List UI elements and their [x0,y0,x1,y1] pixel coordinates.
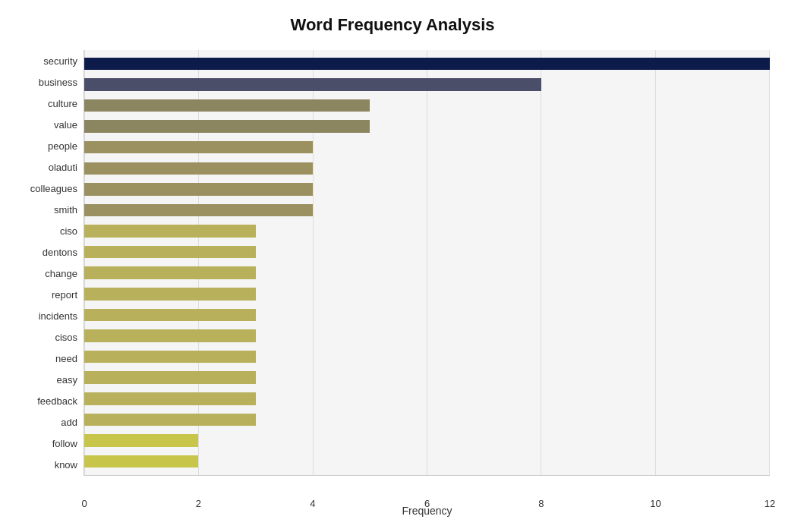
y-label: security [15,56,77,66]
bar [84,309,256,322]
bar-row [84,74,770,96]
bar-row [84,304,770,326]
y-labels: securitybusinessculturevaluepeopleoladut… [15,50,84,476]
bar-row [84,241,770,263]
y-label: follow [15,439,77,449]
x-axis-title: Frequency [84,505,770,517]
y-label: feedback [15,396,77,406]
bar [84,99,370,112]
bar-row [84,53,770,74]
bar-row [84,367,770,389]
bar [84,183,313,196]
y-label: dentons [15,247,77,257]
chart-area: securitybusinessculturevaluepeopleoladut… [15,50,770,476]
bar-row [84,263,770,284]
bars-and-grid: 024681012 Frequency [84,50,770,476]
y-label: colleagues [15,184,77,194]
chart-title: Word Frequency Analysis [15,15,770,35]
y-label: change [15,269,77,279]
bar [84,455,198,468]
y-label: value [15,120,77,130]
bar [84,162,313,175]
bar-row [84,326,770,347]
bar [84,246,256,259]
bar [84,78,541,91]
bar-row [84,95,770,116]
y-label: oladuti [15,162,77,172]
bar [84,288,256,301]
y-label: ciso [15,226,77,236]
bar-row [84,137,770,158]
bar-row [84,158,770,179]
bar [84,204,313,217]
bar-row [84,179,770,200]
y-label: smith [15,205,77,215]
y-label: easy [15,375,77,385]
bar-row [84,451,770,472]
bar-row [84,389,770,410]
y-label: need [15,354,77,364]
y-label: business [15,77,77,87]
bar-row [84,200,770,221]
bar [84,141,313,154]
bar [84,58,770,71]
bar [84,120,370,133]
bar [84,351,256,364]
y-label: report [15,290,77,300]
bar-row [84,430,770,452]
y-label: know [15,460,77,470]
bar [84,371,256,384]
bar-row [84,409,770,430]
bar-row [84,116,770,137]
bar [84,434,198,447]
bar [84,329,256,342]
y-label: cisos [15,332,77,342]
bar-row [84,221,770,242]
chart-container: Word Frequency Analysis securitybusiness… [0,0,785,532]
bars-wrapper [84,50,770,475]
bar-row [84,284,770,305]
y-label: add [15,417,77,427]
bar [84,414,256,427]
bar [84,266,256,279]
y-label: culture [15,99,77,109]
bar [84,225,256,238]
bar [84,392,256,405]
bar-row [84,346,770,367]
y-label: incidents [15,311,77,321]
y-label: people [15,141,77,151]
